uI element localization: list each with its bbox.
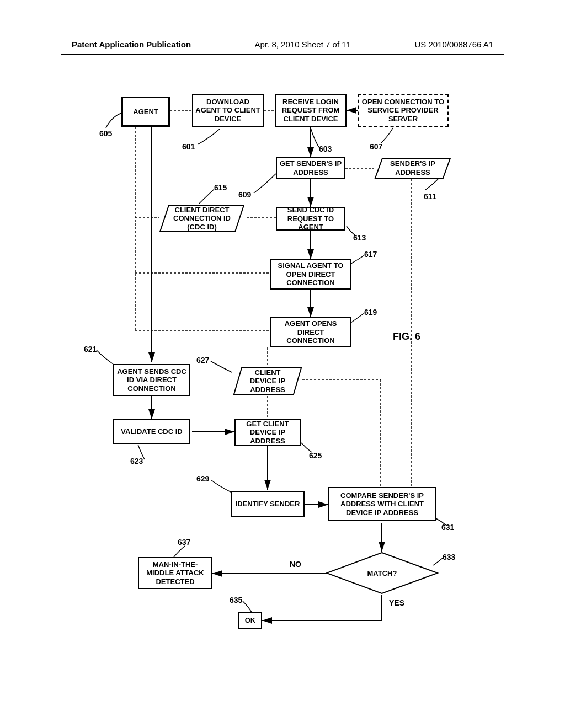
decision-match: MATCH? xyxy=(326,552,439,595)
ref-609: 609 xyxy=(238,190,251,199)
header-rule xyxy=(61,54,504,55)
box-download: DOWNLOAD AGENT TO CLIENT DEVICE xyxy=(192,94,264,127)
box-sends-cdc: AGENT SENDS CDC ID VIA DIRECT CONNECTION xyxy=(113,364,190,396)
box-open-conn: OPEN CONNECTION TO SERVICE PROVIDER SERV… xyxy=(358,94,449,127)
box-mitm: MAN-IN-THE-MIDDLE ATTACK DETECTED xyxy=(138,557,212,589)
label-yes: YES xyxy=(389,598,404,607)
box-signal: SIGNAL AGENT TO OPEN DIRECT CONNECTION xyxy=(270,259,351,290)
box-agent-opens: AGENT OPENS DIRECT CONNECTION xyxy=(270,317,351,347)
box-ok: OK xyxy=(238,612,262,629)
header-left: Patent Application Publication xyxy=(72,40,191,49)
box-compare: COMPARE SENDER'S IP ADDRESS WITH CLIENT … xyxy=(328,487,436,521)
data-client-ip: CLIENT DEVICE IP ADDRESS xyxy=(233,367,302,395)
page-header: Patent Application Publication Apr. 8, 2… xyxy=(0,40,565,49)
ref-617: 617 xyxy=(364,250,377,259)
ref-637: 637 xyxy=(178,538,190,547)
box-get-sender: GET SENDER'S IP ADDRESS xyxy=(276,157,345,179)
header-right: US 2010/0088766 A1 xyxy=(414,40,493,49)
ref-613: 613 xyxy=(353,233,366,242)
ref-611: 611 xyxy=(424,192,436,201)
ref-603: 603 xyxy=(319,144,332,153)
ref-615: 615 xyxy=(214,183,227,192)
box-receive: RECEIVE LOGIN REQUEST FROM CLIENT DEVICE xyxy=(275,94,347,127)
ref-631: 631 xyxy=(441,523,454,532)
box-get-client: GET CLIENT DEVICE IP ADDRESS xyxy=(234,419,301,446)
ref-633: 633 xyxy=(443,553,455,561)
diagram-canvas: AGENT DOWNLOAD AGENT TO CLIENT DEVICE RE… xyxy=(72,94,491,662)
box-send-cdc: SEND CDC ID REQUEST TO AGENT xyxy=(276,207,345,231)
ref-607: 607 xyxy=(370,142,382,151)
ref-629: 629 xyxy=(196,474,209,483)
figure-label: FIG. 6 xyxy=(393,331,420,342)
ref-621: 621 xyxy=(84,345,97,354)
ref-623: 623 xyxy=(130,457,143,465)
data-sender-ip: SENDER'S IP ADDRESS xyxy=(374,157,451,179)
ref-625: 625 xyxy=(309,451,322,460)
ref-627: 627 xyxy=(196,356,209,365)
box-agent: AGENT xyxy=(121,97,170,127)
ref-601: 601 xyxy=(182,142,195,151)
ref-619: 619 xyxy=(364,308,377,317)
data-cdc-id: CLIENT DIRECT CONNECTION ID (CDC ID) xyxy=(159,204,245,233)
label-no: NO xyxy=(290,560,301,569)
box-validate: VALIDATE CDC ID xyxy=(113,419,190,444)
box-identify: IDENTIFY SENDER xyxy=(231,491,305,517)
ref-605: 605 xyxy=(99,129,112,138)
header-center: Apr. 8, 2010 Sheet 7 of 11 xyxy=(255,40,351,49)
ref-635: 635 xyxy=(230,596,242,604)
